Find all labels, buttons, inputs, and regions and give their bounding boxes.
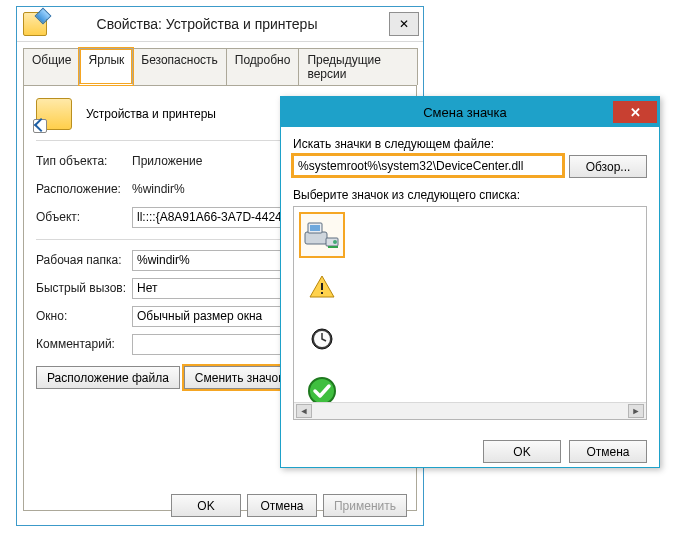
location-label: Расположение: — [36, 182, 132, 196]
close-button[interactable]: ✕ — [389, 12, 419, 36]
startin-label: Рабочая папка: — [36, 253, 132, 267]
run-label: Окно: — [36, 309, 132, 323]
icon-list-label: Выберите значок из следующего списка: — [293, 188, 647, 202]
window-icon — [23, 12, 47, 36]
hotkey-label: Быстрый вызов: — [36, 281, 132, 295]
scroll-right-icon[interactable]: ► — [628, 404, 644, 418]
shortcut-name: Устройства и принтеры — [86, 107, 216, 121]
cancel-button[interactable]: Отмена — [247, 494, 317, 517]
properties-footer: OK Отмена Применить — [17, 494, 423, 517]
tab-previous-versions[interactable]: Предыдущие версии — [298, 48, 418, 85]
apply-button[interactable]: Применить — [323, 494, 407, 517]
svg-rect-0 — [305, 232, 327, 244]
target-type-label: Тип объекта: — [36, 154, 132, 168]
svg-rect-6 — [321, 292, 323, 294]
tab-details[interactable]: Подробно — [226, 48, 300, 85]
shortcut-large-icon — [36, 98, 72, 130]
open-file-location-button[interactable]: Расположение файла — [36, 366, 180, 389]
target-label: Объект: — [36, 210, 132, 224]
ok-button[interactable]: OK — [483, 440, 561, 463]
properties-titlebar[interactable]: Свойства: Устройства и принтеры ✕ — [17, 7, 423, 42]
svg-rect-2 — [310, 225, 320, 231]
close-button[interactable]: ✕ — [613, 101, 657, 123]
icon-list[interactable]: ◄ ► — [293, 206, 647, 420]
change-icon-dialog: Смена значка ✕ Искать значки в следующем… — [280, 96, 660, 468]
devices-printers-icon[interactable] — [300, 213, 344, 257]
svg-rect-5 — [321, 283, 323, 290]
browse-button[interactable]: Обзор... — [569, 155, 647, 178]
tab-strip: Общие Ярлык Безопасность Подробно Предыд… — [17, 42, 423, 85]
cancel-button[interactable]: Отмена — [569, 440, 647, 463]
tab-general[interactable]: Общие — [23, 48, 80, 85]
comment-label: Комментарий: — [36, 337, 132, 351]
change-icon-footer: OK Отмена — [281, 430, 659, 463]
icon-path-input[interactable] — [293, 155, 563, 176]
change-icon-title: Смена значка — [317, 105, 613, 120]
clock-icon[interactable] — [300, 317, 344, 361]
window-title: Свойства: Устройства и принтеры — [55, 16, 389, 32]
tab-shortcut[interactable]: Ярлык — [79, 48, 133, 85]
scroll-left-icon[interactable]: ◄ — [296, 404, 312, 418]
svg-point-4 — [333, 240, 337, 244]
ok-button[interactable]: OK — [171, 494, 241, 517]
tab-security[interactable]: Безопасность — [132, 48, 227, 85]
svg-point-9 — [309, 378, 335, 404]
warning-icon[interactable] — [300, 265, 344, 309]
search-path-label: Искать значки в следующем файле: — [293, 137, 647, 151]
change-icon-titlebar[interactable]: Смена значка ✕ — [281, 97, 659, 127]
icon-list-scrollbar[interactable]: ◄ ► — [294, 402, 646, 419]
